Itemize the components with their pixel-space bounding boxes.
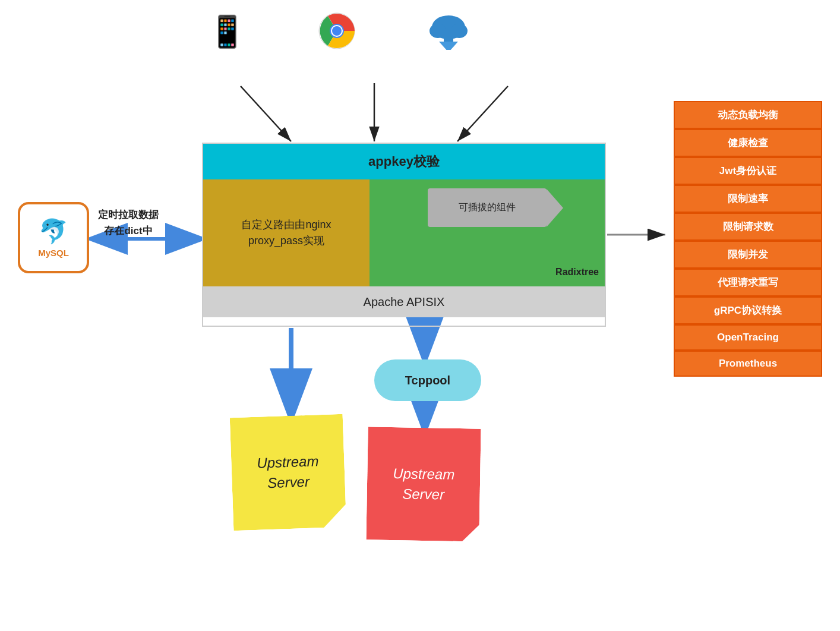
mysql-dolphin-icon: 🐬 [39,217,68,245]
appkey-bar: appkey校验 [203,144,605,179]
svg-line-3 [241,86,291,141]
appkey-label: appkey校验 [368,153,440,171]
mysql-desc-line1: 定时拉取数据 [98,207,159,223]
radixtree-label: Radixtree [555,267,599,277]
tcppool-label: Tcppool [405,374,450,387]
diagram-container: 📱 a [0,0,840,631]
mysql-label: MySQL [38,248,69,258]
apache-bar: Apache APISIX [203,286,605,317]
mobile-icon: 📱 [208,14,247,50]
feature-item-3: 限制速率 [674,185,822,213]
feature-item-8: OpenTracing [674,324,822,351]
plugin-section: 可插拔的组件 Radixtree [370,179,605,286]
cloud-icon [427,12,470,50]
tcppool-box: Tcppool [374,359,481,401]
custom-route-box: 自定义路由由nginxproxy_pass实现 [203,179,370,286]
custom-route-label: 自定义路由由nginxproxy_pass实现 [241,217,331,249]
upstream-server-yellow: Upstream Server [230,414,347,531]
top-icons-group: 📱 [208,12,470,50]
svg-marker-19 [439,42,458,50]
feature-item-5: 限制并发 [674,241,822,269]
feature-item-2: Jwt身份认证 [674,157,822,185]
apache-label: Apache APISIX [364,295,445,309]
svg-point-17 [451,24,468,38]
upstream-server-red: Upstream Server [366,427,481,541]
mysql-desc-line2: 存在dict中 [98,223,159,239]
feature-item-0: 动态负载均衡 [674,101,822,129]
mysql-box: 🐬 MySQL [18,202,89,273]
apisix-main-box: appkey校验 自定义路由由nginxproxy_pass实现 可插拔的组件 … [202,143,606,327]
svg-point-16 [430,24,446,38]
plugin-label: 可插拔的组件 [459,201,516,214]
browser-icon [318,12,356,50]
svg-point-14 [332,26,342,36]
mysql-description: 定时拉取数据 存在dict中 [98,207,159,239]
feature-list: 动态负载均衡健康检查Jwt身份认证限制速率限制请求数限制并发代理请求重写gRPC… [674,101,822,377]
feature-item-7: gRPC协议转换 [674,296,822,324]
plugin-bullet: 可插拔的组件 [428,188,547,227]
feature-item-9: Prometheus [674,351,822,377]
feature-item-1: 健康检查 [674,129,822,157]
svg-line-5 [457,86,508,141]
middle-section: 自定义路由由nginxproxy_pass实现 可插拔的组件 Radixtree [203,179,605,286]
upstream-red-text: Upstream Server [392,464,454,505]
feature-item-6: 代理请求重写 [674,269,822,296]
feature-item-4: 限制请求数 [674,213,822,241]
upstream-yellow-text: Upstream Server [257,452,320,494]
